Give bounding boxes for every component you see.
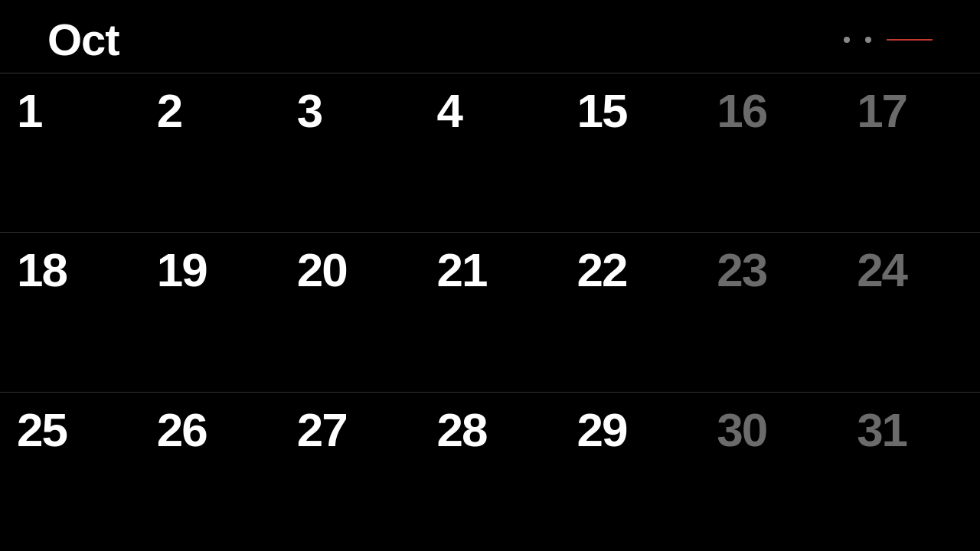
day-cell[interactable]: 19	[140, 233, 280, 391]
day-number: 27	[297, 406, 347, 454]
day-number: 17	[857, 87, 906, 135]
day-number: 2	[157, 87, 181, 135]
nav-dot-2	[865, 37, 871, 43]
day-cell[interactable]: 24	[840, 233, 980, 391]
day-number: 4	[437, 87, 462, 135]
day-cell[interactable]: 31	[840, 393, 980, 551]
day-cell[interactable]: 23	[700, 233, 840, 391]
day-cell[interactable]: 4	[420, 73, 560, 232]
day-cell[interactable]: 20	[280, 233, 420, 391]
week-row-3: 25262728293031	[0, 393, 980, 551]
day-number: 21	[437, 246, 487, 294]
calendar-header: Oct	[0, 0, 980, 73]
calendar-container: Oct 123415161718192021222324252627282930…	[0, 0, 980, 551]
week-row-1: 1234151617	[0, 73, 980, 233]
day-number: 25	[17, 406, 67, 454]
day-cell[interactable]: 22	[560, 233, 700, 391]
day-cell[interactable]: 3	[280, 73, 420, 232]
week-row-2: 18192021222324	[0, 233, 980, 392]
nav-line	[887, 39, 933, 41]
day-number: 23	[717, 246, 766, 294]
day-number: 1	[17, 87, 41, 135]
day-cell[interactable]: 26	[140, 393, 280, 551]
day-cell[interactable]: 17	[840, 73, 980, 232]
day-cell[interactable]: 15	[560, 73, 700, 232]
day-cell[interactable]: 18	[0, 233, 140, 391]
header-controls	[844, 37, 933, 43]
day-number: 26	[157, 406, 207, 454]
day-number: 31	[857, 406, 906, 454]
day-number: 15	[577, 87, 626, 135]
day-number: 3	[297, 87, 322, 135]
nav-dot-1	[844, 37, 850, 43]
day-cell[interactable]: 16	[700, 73, 840, 232]
day-cell[interactable]: 25	[0, 393, 140, 551]
day-cell[interactable]: 29	[560, 393, 700, 551]
day-number: 20	[297, 246, 347, 294]
month-title: Oct	[47, 14, 119, 65]
day-number: 22	[577, 246, 626, 294]
day-cell[interactable]: 21	[420, 233, 560, 391]
day-number: 19	[157, 246, 207, 294]
day-number: 30	[717, 406, 766, 454]
day-cell[interactable]: 27	[280, 393, 420, 551]
day-number: 29	[577, 406, 626, 454]
day-cell[interactable]: 2	[140, 73, 280, 232]
day-number: 24	[857, 246, 906, 294]
weeks-area: 12341516171819202122232425262728293031	[0, 73, 980, 551]
day-number: 28	[437, 406, 487, 454]
day-number: 16	[717, 87, 766, 135]
day-cell[interactable]: 28	[420, 393, 560, 551]
day-cell[interactable]: 1	[0, 73, 140, 232]
day-number: 18	[17, 246, 67, 294]
day-cell[interactable]: 30	[700, 393, 840, 551]
